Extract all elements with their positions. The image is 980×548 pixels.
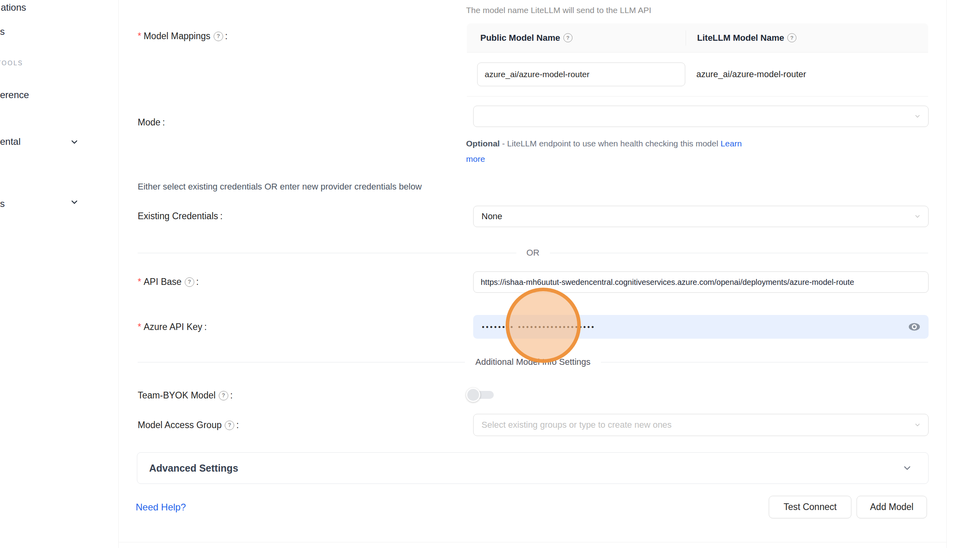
azure-api-key-label: * Azure API Key :	[138, 322, 207, 333]
mode-select[interactable]	[473, 106, 929, 127]
existing-credentials-select[interactable]: None	[473, 206, 929, 227]
label-colon: :	[230, 390, 233, 401]
additional-model-info-text: Additional Model Info Settings	[465, 357, 601, 367]
chevron-down-icon	[902, 463, 912, 473]
chevron-down-icon	[914, 213, 921, 220]
required-asterisk: *	[138, 277, 141, 288]
learn-more-link[interactable]: Learn	[720, 139, 742, 148]
eye-icon[interactable]	[908, 322, 921, 332]
label-colon: :	[204, 322, 207, 333]
advanced-settings-title: Advanced Settings	[149, 463, 902, 474]
model-mappings-label: * Model Mappings ? :	[138, 31, 227, 42]
question-circle-icon[interactable]: ?	[225, 421, 234, 430]
need-help-link[interactable]: Need Help?	[136, 502, 186, 513]
existing-credentials-label-text: Existing Credentials	[138, 211, 218, 222]
test-connect-button[interactable]: Test Connect	[769, 496, 851, 518]
required-asterisk: *	[138, 31, 141, 42]
model-name-hint: The model name LiteLLM will send to the …	[466, 5, 651, 15]
label-colon: :	[163, 117, 165, 128]
team-byok-label-text: Team-BYOK Model	[138, 390, 216, 401]
toggle-knob	[466, 388, 480, 402]
chevron-down-icon[interactable]	[70, 197, 79, 209]
question-circle-icon[interactable]: ?	[563, 33, 572, 42]
team-byok-label: Team-BYOK Model ? :	[138, 390, 233, 401]
question-circle-icon[interactable]: ?	[219, 391, 228, 400]
model-access-group-placeholder: Select existing groups or type to create…	[481, 420, 672, 430]
model-mappings-table: Public Model Name ? LiteLLM Model Name ?…	[467, 23, 928, 97]
card-right-border	[946, 0, 947, 548]
sidebar-item-inference-partial[interactable]: erence	[0, 90, 29, 100]
label-colon: :	[225, 31, 227, 42]
question-circle-icon[interactable]: ?	[787, 33, 796, 42]
model-access-group-label: Model Access Group ? :	[138, 420, 239, 431]
mode-label-text: Mode	[138, 117, 161, 128]
litellm-model-name-header-text: LiteLLM Model Name	[697, 33, 784, 43]
existing-credentials-label: Existing Credentials :	[138, 211, 223, 222]
public-model-name-input[interactable]	[477, 63, 685, 86]
existing-credentials-value: None	[481, 211, 502, 222]
advanced-settings-panel[interactable]: Advanced Settings	[137, 452, 929, 484]
azure-api-key-label-text: Azure API Key	[144, 322, 202, 333]
question-circle-icon[interactable]: ?	[185, 277, 194, 287]
model-access-group-select[interactable]: Select existing groups or type to create…	[473, 414, 929, 436]
litellm-model-name-header: LiteLLM Model Name ?	[686, 33, 796, 43]
divider-line	[550, 253, 929, 253]
mode-label: Mode :	[138, 117, 165, 128]
optional-rest: - LiteLLM endpoint to use when health ch…	[500, 139, 720, 148]
divider-line	[601, 362, 928, 362]
sidebar-divider	[118, 0, 119, 548]
card-bottom-border	[118, 542, 946, 542]
masked-password-value: •••••••• •••••••••••••••••••	[482, 324, 595, 331]
sidebar-item-organizations-partial[interactable]: ations	[1, 3, 26, 12]
question-circle-icon[interactable]: ?	[214, 32, 223, 41]
public-model-name-header: Public Model Name ?	[467, 33, 686, 43]
sidebar-item-partial-1[interactable]: s	[0, 27, 5, 36]
add-model-page: ations s TOOLS erence ental s The model …	[0, 0, 980, 548]
additional-model-info-divider: Additional Model Info Settings	[138, 357, 928, 367]
table-header-row: Public Model Name ? LiteLLM Model Name ?	[467, 23, 928, 53]
label-colon: :	[220, 211, 222, 222]
api-base-input[interactable]	[473, 271, 929, 293]
label-colon: :	[196, 277, 199, 288]
litellm-model-name-value: azure_ai/azure-model-router	[685, 69, 806, 80]
required-asterisk: *	[138, 322, 141, 333]
label-colon: :	[236, 420, 239, 431]
sidebar-item-settings-partial[interactable]: s	[0, 199, 5, 209]
team-byok-toggle[interactable]	[466, 388, 494, 402]
chevron-down-icon	[914, 113, 921, 120]
optional-bold: Optional	[466, 139, 500, 148]
model-access-group-label-text: Model Access Group	[138, 420, 222, 431]
sidebar-section-tools: TOOLS	[0, 60, 23, 66]
or-divider: OR	[138, 248, 928, 258]
mode-optional-hint-line2: more	[466, 154, 485, 164]
divider-line	[138, 253, 516, 253]
divider-line	[138, 362, 465, 362]
table-row: azure_ai/azure-model-router	[467, 53, 928, 97]
chevron-down-icon	[914, 421, 921, 429]
mode-optional-hint-line1: Optional - LiteLLM endpoint to use when …	[466, 138, 742, 149]
credentials-hint: Either select existing credentials OR en…	[138, 181, 422, 193]
learn-more-link[interactable]: more	[466, 154, 485, 163]
chevron-down-icon[interactable]	[70, 137, 79, 148]
add-model-button[interactable]: Add Model	[857, 496, 927, 518]
or-divider-text: OR	[516, 248, 550, 258]
public-model-name-header-text: Public Model Name	[480, 33, 560, 43]
api-base-label: * API Base ? :	[138, 277, 199, 288]
api-base-label-text: API Base	[144, 277, 182, 288]
azure-api-key-input[interactable]: •••••••• •••••••••••••••••••	[473, 315, 929, 339]
model-mappings-label-text: Model Mappings	[144, 31, 210, 42]
sidebar-item-experimental-partial[interactable]: ental	[0, 137, 21, 146]
